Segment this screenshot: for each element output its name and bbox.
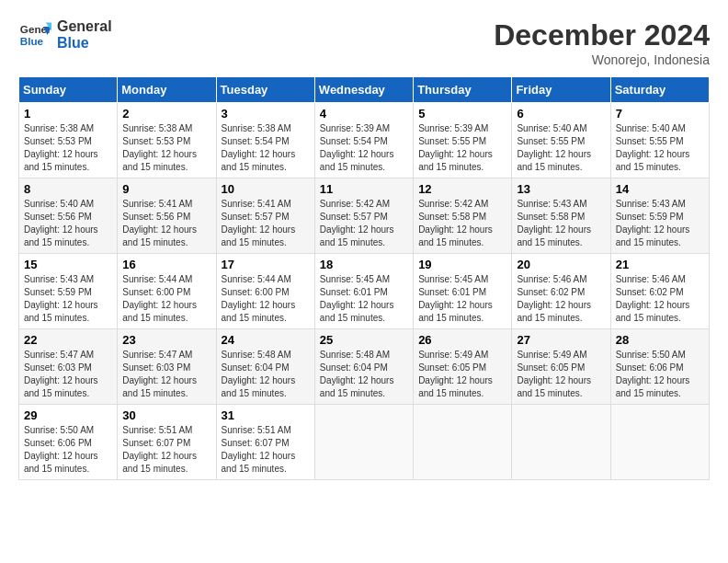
day-info: Sunrise: 5:42 AM Sunset: 5:57 PM Dayligh… — [320, 198, 408, 249]
day-info: Sunrise: 5:43 AM Sunset: 5:59 PM Dayligh… — [24, 273, 112, 325]
location: Wonorejo, Indonesia — [494, 52, 710, 67]
day-info: Sunrise: 5:40 AM Sunset: 5:55 PM Dayligh… — [517, 122, 605, 174]
calendar-day-cell: 17 Sunrise: 5:44 AM Sunset: 6:00 PM Dayl… — [216, 254, 314, 329]
day-number: 6 — [517, 107, 605, 121]
day-number: 9 — [122, 182, 210, 196]
calendar-day-cell: 6 Sunrise: 5:40 AM Sunset: 5:55 PM Dayli… — [512, 103, 610, 178]
calendar-body: 1 Sunrise: 5:38 AM Sunset: 5:53 PM Dayli… — [19, 103, 710, 480]
day-info: Sunrise: 5:46 AM Sunset: 6:02 PM Dayligh… — [517, 273, 605, 325]
day-info: Sunrise: 5:42 AM Sunset: 5:58 PM Dayligh… — [418, 198, 506, 249]
day-info: Sunrise: 5:38 AM Sunset: 5:53 PM Dayligh… — [122, 122, 210, 174]
day-info: Sunrise: 5:40 AM Sunset: 5:55 PM Dayligh… — [616, 122, 704, 174]
weekday-header-cell: Friday — [512, 77, 610, 103]
weekday-header-cell: Tuesday — [216, 77, 314, 103]
calendar-day-cell: 8 Sunrise: 5:40 AM Sunset: 5:56 PM Dayli… — [19, 178, 118, 254]
day-info: Sunrise: 5:43 AM Sunset: 5:58 PM Dayligh… — [517, 198, 605, 249]
calendar-day-cell: 31 Sunrise: 5:51 AM Sunset: 6:07 PM Dayl… — [216, 405, 314, 480]
day-info: Sunrise: 5:41 AM Sunset: 5:56 PM Dayligh… — [122, 198, 210, 249]
day-number: 7 — [616, 107, 704, 121]
day-info: Sunrise: 5:49 AM Sunset: 6:05 PM Dayligh… — [517, 349, 605, 400]
calendar-day-cell: 11 Sunrise: 5:42 AM Sunset: 5:57 PM Dayl… — [314, 178, 413, 254]
weekday-header-cell: Wednesday — [314, 77, 413, 103]
calendar-day-cell — [512, 405, 610, 480]
calendar-day-cell: 22 Sunrise: 5:47 AM Sunset: 6:03 PM Dayl… — [19, 329, 118, 405]
day-info: Sunrise: 5:51 AM Sunset: 6:07 PM Dayligh… — [122, 424, 210, 476]
day-number: 26 — [418, 333, 506, 347]
day-number: 29 — [24, 408, 112, 422]
logo-general: General — [57, 18, 112, 35]
calendar-day-cell: 10 Sunrise: 5:41 AM Sunset: 5:57 PM Dayl… — [216, 178, 314, 254]
calendar-day-cell: 4 Sunrise: 5:39 AM Sunset: 5:54 PM Dayli… — [314, 103, 413, 178]
logo: General Blue General Blue — [18, 18, 112, 52]
day-info: Sunrise: 5:45 AM Sunset: 6:01 PM Dayligh… — [320, 273, 408, 325]
calendar-day-cell: 23 Sunrise: 5:47 AM Sunset: 6:03 PM Dayl… — [118, 329, 216, 405]
calendar-week-row: 8 Sunrise: 5:40 AM Sunset: 5:56 PM Dayli… — [19, 178, 710, 254]
calendar-day-cell — [414, 405, 512, 480]
month-title: December 2024 — [494, 18, 710, 52]
title-block: December 2024 Wonorejo, Indonesia — [494, 18, 710, 67]
calendar-day-cell: 15 Sunrise: 5:43 AM Sunset: 5:59 PM Dayl… — [19, 254, 118, 329]
day-info: Sunrise: 5:47 AM Sunset: 6:03 PM Dayligh… — [24, 349, 112, 400]
calendar-week-row: 1 Sunrise: 5:38 AM Sunset: 5:53 PM Dayli… — [19, 103, 710, 178]
calendar-day-cell: 12 Sunrise: 5:42 AM Sunset: 5:58 PM Dayl… — [414, 178, 512, 254]
calendar-day-cell: 29 Sunrise: 5:50 AM Sunset: 6:06 PM Dayl… — [19, 405, 118, 480]
day-info: Sunrise: 5:39 AM Sunset: 5:55 PM Dayligh… — [418, 122, 506, 174]
weekday-header-cell: Sunday — [19, 77, 118, 103]
day-info: Sunrise: 5:50 AM Sunset: 6:06 PM Dayligh… — [24, 424, 112, 476]
day-info: Sunrise: 5:44 AM Sunset: 6:00 PM Dayligh… — [122, 273, 210, 325]
day-number: 12 — [418, 182, 506, 196]
calendar-day-cell: 27 Sunrise: 5:49 AM Sunset: 6:05 PM Dayl… — [512, 329, 610, 405]
day-number: 24 — [222, 333, 310, 347]
day-number: 23 — [122, 333, 210, 347]
day-number: 11 — [320, 182, 408, 196]
day-number: 22 — [24, 333, 112, 347]
svg-text:Blue: Blue — [20, 35, 44, 47]
day-info: Sunrise: 5:45 AM Sunset: 6:01 PM Dayligh… — [418, 273, 506, 325]
general-blue-logo-icon: General Blue — [18, 18, 51, 52]
calendar-day-cell: 19 Sunrise: 5:45 AM Sunset: 6:01 PM Dayl… — [414, 254, 512, 329]
calendar-day-cell: 30 Sunrise: 5:51 AM Sunset: 6:07 PM Dayl… — [118, 405, 216, 480]
day-number: 17 — [222, 258, 310, 271]
day-info: Sunrise: 5:46 AM Sunset: 6:02 PM Dayligh… — [616, 273, 704, 325]
day-number: 14 — [616, 182, 704, 196]
calendar-week-row: 29 Sunrise: 5:50 AM Sunset: 6:06 PM Dayl… — [19, 405, 710, 480]
day-number: 1 — [24, 107, 112, 121]
calendar-week-row: 15 Sunrise: 5:43 AM Sunset: 5:59 PM Dayl… — [19, 254, 710, 329]
day-info: Sunrise: 5:48 AM Sunset: 6:04 PM Dayligh… — [320, 349, 408, 400]
calendar-table: SundayMondayTuesdayWednesdayThursdayFrid… — [18, 76, 710, 480]
day-info: Sunrise: 5:43 AM Sunset: 5:59 PM Dayligh… — [616, 198, 704, 249]
calendar-day-cell: 20 Sunrise: 5:46 AM Sunset: 6:02 PM Dayl… — [512, 254, 610, 329]
day-info: Sunrise: 5:51 AM Sunset: 6:07 PM Dayligh… — [222, 424, 310, 476]
calendar-day-cell: 13 Sunrise: 5:43 AM Sunset: 5:58 PM Dayl… — [512, 178, 610, 254]
day-info: Sunrise: 5:38 AM Sunset: 5:53 PM Dayligh… — [24, 122, 112, 174]
day-number: 10 — [222, 182, 310, 196]
day-number: 21 — [616, 258, 704, 271]
day-number: 8 — [24, 182, 112, 196]
day-info: Sunrise: 5:44 AM Sunset: 6:00 PM Dayligh… — [222, 273, 310, 325]
day-number: 15 — [24, 258, 112, 271]
calendar-day-cell: 25 Sunrise: 5:48 AM Sunset: 6:04 PM Dayl… — [314, 329, 413, 405]
day-number: 13 — [517, 182, 605, 196]
day-number: 30 — [122, 408, 210, 422]
calendar-day-cell: 24 Sunrise: 5:48 AM Sunset: 6:04 PM Dayl… — [216, 329, 314, 405]
calendar-day-cell: 21 Sunrise: 5:46 AM Sunset: 6:02 PM Dayl… — [610, 254, 709, 329]
calendar-day-cell: 18 Sunrise: 5:45 AM Sunset: 6:01 PM Dayl… — [314, 254, 413, 329]
calendar-day-cell: 3 Sunrise: 5:38 AM Sunset: 5:54 PM Dayli… — [216, 103, 314, 178]
day-number: 3 — [222, 107, 310, 121]
day-number: 16 — [122, 258, 210, 271]
day-info: Sunrise: 5:38 AM Sunset: 5:54 PM Dayligh… — [222, 122, 310, 174]
calendar-day-cell: 5 Sunrise: 5:39 AM Sunset: 5:55 PM Dayli… — [414, 103, 512, 178]
day-number: 31 — [222, 408, 310, 422]
calendar-day-cell: 28 Sunrise: 5:50 AM Sunset: 6:06 PM Dayl… — [610, 329, 709, 405]
day-info: Sunrise: 5:40 AM Sunset: 5:56 PM Dayligh… — [24, 198, 112, 249]
day-info: Sunrise: 5:39 AM Sunset: 5:54 PM Dayligh… — [320, 122, 408, 174]
calendar-day-cell: 2 Sunrise: 5:38 AM Sunset: 5:53 PM Dayli… — [118, 103, 216, 178]
day-info: Sunrise: 5:49 AM Sunset: 6:05 PM Dayligh… — [418, 349, 506, 400]
day-number: 20 — [517, 258, 605, 271]
day-info: Sunrise: 5:50 AM Sunset: 6:06 PM Dayligh… — [616, 349, 704, 400]
day-info: Sunrise: 5:47 AM Sunset: 6:03 PM Dayligh… — [122, 349, 210, 400]
page-header: General Blue General Blue December 2024 … — [18, 18, 710, 67]
weekday-header-row: SundayMondayTuesdayWednesdayThursdayFrid… — [19, 77, 710, 103]
day-info: Sunrise: 5:48 AM Sunset: 6:04 PM Dayligh… — [222, 349, 310, 400]
calendar-day-cell: 7 Sunrise: 5:40 AM Sunset: 5:55 PM Dayli… — [610, 103, 709, 178]
